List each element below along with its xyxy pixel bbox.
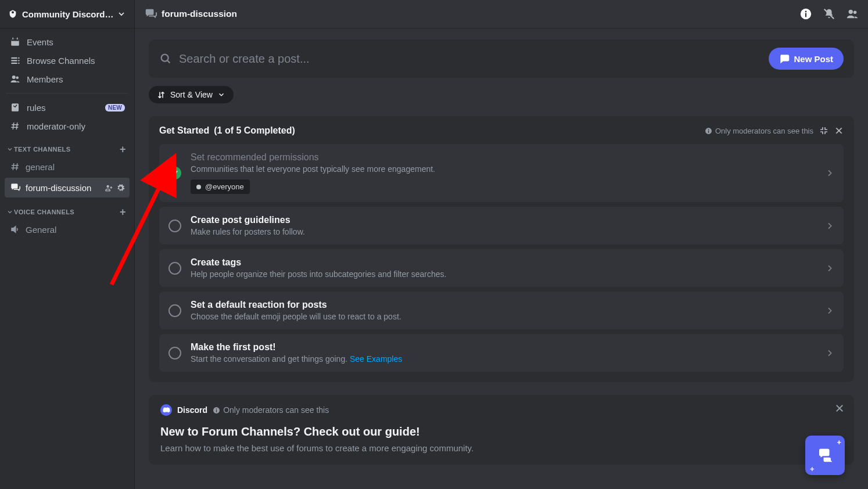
status-empty-icon [168, 262, 181, 275]
status-empty-icon [168, 304, 181, 317]
channel-forum-discussion[interactable]: forum-discussion [5, 178, 130, 197]
guide-mod-note: Only moderators can see this [223, 405, 329, 415]
channel-moderator-only[interactable]: moderator-only [5, 117, 130, 135]
channel-name: moderator-only [27, 121, 85, 131]
chat-plus-icon [779, 53, 790, 64]
add-channel-button[interactable]: + [119, 144, 127, 154]
svg-rect-26 [216, 409, 217, 412]
nav-browse-channels[interactable]: Browse Channels [5, 51, 130, 70]
sort-icon [157, 91, 166, 99]
divider [6, 93, 128, 94]
server-name: Community Discord Ser [22, 9, 114, 19]
svg-point-18 [849, 10, 853, 14]
svg-point-22 [708, 129, 709, 130]
chevron-right-icon [825, 348, 834, 358]
check-icon [168, 167, 181, 179]
search-icon [159, 52, 172, 65]
section-text-channels[interactable]: TEXT CHANNELS + [0, 142, 134, 156]
task-create-tags[interactable]: Create tags Help people organize their p… [159, 249, 844, 287]
svg-rect-16 [805, 13, 806, 17]
notification-muted-icon[interactable] [823, 8, 835, 20]
svg-point-10 [12, 75, 16, 79]
section-label: TEXT CHANNELS [14, 146, 119, 153]
new-badge: NEW [105, 104, 125, 112]
main: forum-discussion [135, 0, 868, 489]
role-name: @everyone [205, 182, 244, 191]
calendar-icon [9, 36, 21, 48]
channel-rules[interactable]: rules NEW [5, 98, 130, 117]
nav-label: Events [27, 37, 53, 47]
see-examples-link[interactable]: See Examples [350, 354, 402, 364]
forum-icon [9, 182, 21, 193]
svg-rect-7 [18, 57, 19, 59]
chevron-down-icon [117, 9, 126, 19]
speaker-icon [9, 224, 21, 235]
channel-voice-general[interactable]: General [5, 220, 130, 239]
search-input[interactable] [178, 52, 761, 66]
task-set-permissions[interactable]: Set recommended permissions Communities … [159, 144, 844, 202]
svg-rect-9 [18, 63, 19, 64]
nav-label: Members [27, 74, 63, 84]
nav-list: Events Browse Channels Members [0, 28, 134, 88]
channel-name: rules [27, 103, 46, 113]
task-title: Create post guidelines [191, 215, 816, 225]
channel-name: forum-discussion [26, 183, 99, 193]
role-dot-icon [196, 185, 201, 189]
task-post-guidelines[interactable]: Create post guidelines Make rules for po… [159, 207, 844, 245]
task-title: Make the first post! [191, 342, 816, 353]
new-post-button[interactable]: New Post [769, 48, 844, 70]
card-title: Get Started [159, 125, 209, 136]
sort-view-button[interactable]: Sort & View [149, 86, 234, 103]
channel-general[interactable]: general [5, 157, 130, 177]
section-label: VOICE CHANNELS [14, 208, 119, 215]
svg-rect-3 [17, 38, 18, 40]
task-desc: Communities that let everyone post typic… [191, 164, 816, 174]
new-post-label: New Post [794, 54, 833, 64]
get-started-card: Get Started (1 of 5 Completed) Only mode… [149, 116, 854, 382]
add-channel-button[interactable]: + [119, 207, 127, 217]
status-empty-icon [168, 347, 181, 359]
chevron-down-icon [217, 91, 225, 99]
card-progress: (1 of 5 Completed) [214, 125, 295, 136]
nav-members[interactable]: Members [5, 70, 130, 88]
task-first-post[interactable]: Make the first post! Start the conversat… [159, 334, 844, 372]
create-invite-icon[interactable] [104, 183, 113, 192]
search-box[interactable] [159, 52, 761, 66]
discord-logo-icon [160, 404, 172, 416]
chevron-right-icon [825, 264, 834, 273]
svg-point-13 [106, 185, 109, 187]
members-list-icon[interactable] [846, 8, 859, 20]
community-icon [8, 9, 17, 19]
guide-desc: Learn how to make the best use of forums… [160, 443, 842, 453]
svg-rect-6 [11, 63, 17, 64]
content-scroll[interactable]: New Post Sort & View Get Start [135, 28, 868, 489]
forum-guide-card: Discord Only moderators can see this New… [149, 395, 854, 465]
svg-rect-2 [13, 38, 14, 40]
create-thread-fab[interactable] [805, 436, 845, 475]
status-empty-icon [168, 220, 181, 232]
chevron-right-icon [825, 168, 834, 178]
channel-name: General [26, 225, 125, 235]
svg-rect-8 [18, 60, 19, 61]
svg-rect-4 [11, 57, 17, 59]
browse-icon [9, 55, 21, 66]
svg-rect-23 [708, 130, 709, 132]
section-voice-channels[interactable]: VOICE CHANNELS + [0, 205, 134, 219]
close-icon[interactable] [834, 403, 845, 414]
server-header[interactable]: Community Discord Ser [0, 0, 134, 28]
task-desc: Make rules for posters to follow. [191, 227, 816, 236]
svg-point-19 [853, 11, 857, 15]
role-tag: @everyone [191, 179, 250, 194]
svg-point-25 [216, 408, 217, 409]
task-desc: Choose the default emoji people will use… [191, 312, 816, 321]
members-icon [9, 73, 21, 85]
info-icon[interactable] [799, 8, 812, 20]
task-default-reaction[interactable]: Set a default reaction for posts Choose … [159, 292, 844, 329]
nav-events[interactable]: Events [5, 33, 130, 51]
task-title: Set recommended permissions [191, 152, 816, 163]
collapse-icon[interactable] [819, 126, 828, 135]
svg-rect-1 [11, 39, 19, 41]
hash-icon [9, 120, 21, 132]
settings-icon[interactable] [116, 183, 125, 192]
close-icon[interactable] [834, 126, 844, 135]
